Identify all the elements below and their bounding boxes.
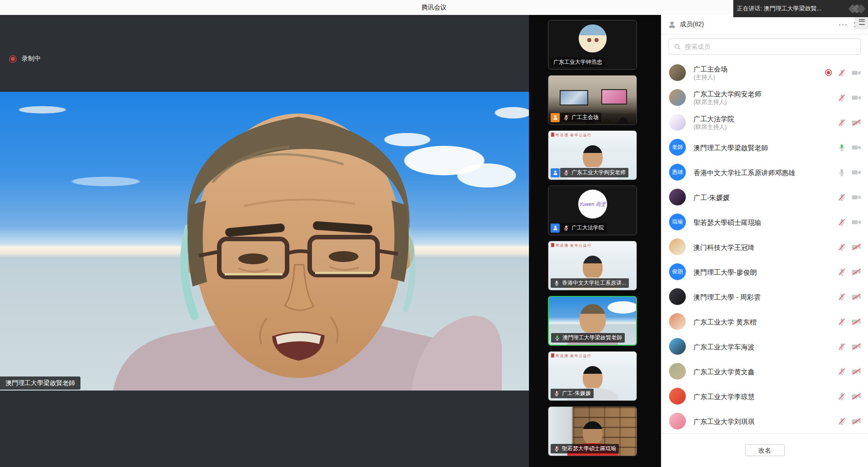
participant-name: 聖若瑟大學碩士羅琨瑜: [562, 445, 616, 453]
member-role: (联席主持人): [693, 98, 814, 106]
member-name: 澳門理工大學 - 周彩雲: [693, 292, 814, 301]
hamburger-icon: [859, 19, 865, 25]
camera-on-icon[interactable]: [851, 217, 862, 227]
member-row[interactable]: 广东工业大学李琼慧: [661, 384, 868, 409]
video-thumbnail[interactable]: Yuwen 雨雯广工大法学院: [548, 186, 637, 235]
member-row[interactable]: 广工主会场(主持人): [661, 60, 868, 85]
camera-off-icon[interactable]: [851, 416, 862, 426]
member-role: (联席主持人): [693, 123, 814, 131]
thumbnail-label: 香港中文大学社工系原讲...: [551, 278, 629, 288]
participant-name: 广东工业大学阎安老师: [571, 169, 626, 176]
mic-muted-icon[interactable]: [837, 367, 846, 376]
camera-off-icon[interactable]: [851, 366, 862, 376]
mic-muted-icon: [563, 224, 570, 231]
member-row[interactable]: 广东工业大学 黄东楷: [661, 309, 868, 334]
mic-speaking-icon[interactable]: [837, 143, 846, 152]
camera-on-icon[interactable]: [851, 192, 862, 202]
member-row[interactable]: 广工大法学院(联席主持人): [661, 110, 868, 135]
participant-name: 澳門理工大學梁啟賢老師: [562, 334, 622, 342]
speaking-status-text: 正在讲话: 澳門理工大學梁啟賢...: [737, 5, 848, 13]
rename-button[interactable]: 改名: [745, 444, 785, 456]
mic-muted-icon: [553, 390, 560, 397]
camera-on-icon[interactable]: [851, 67, 862, 77]
speaker-portrait: [95, 92, 502, 391]
thumbnail-label: 澳門理工大學梁啟賢老師: [551, 333, 625, 343]
video-thumbnail[interactable]: 广东工业大学钟浩忠: [548, 20, 637, 70]
member-name: 广东工业大学阎安老师: [693, 90, 814, 98]
camera-off-icon[interactable]: [851, 117, 862, 127]
mic-muted-icon[interactable]: [837, 242, 846, 251]
member-name: 广东工业大学 黄东楷: [693, 317, 814, 326]
mic-muted-icon[interactable]: [837, 317, 846, 326]
member-row[interactable]: 澳門理工大學 - 周彩雲: [661, 284, 868, 309]
video-thumbnail[interactable]: 粤港澳 青年公益行广东工业大学阎安老师: [548, 130, 637, 180]
members-panel-header: 成员(82) ···: [661, 15, 868, 34]
member-avatar: [669, 363, 686, 380]
member-row[interactable]: 广工-朱媛媛: [661, 185, 868, 210]
video-thumbnail[interactable]: 聖若瑟大學碩士羅琨瑜: [548, 406, 637, 456]
member-row[interactable]: 广东工业大学刘琪琪: [661, 409, 868, 434]
mic-muted-icon[interactable]: [837, 292, 846, 301]
member-avatar: [669, 338, 686, 355]
thumbnail-label: 广东工业大学钟浩忠: [551, 57, 605, 67]
diamonds-logo-icon: [849, 5, 864, 12]
member-name: 广工-朱媛媛: [693, 193, 814, 201]
mic-muted-icon[interactable]: [837, 68, 846, 77]
member-avatar: [669, 189, 686, 205]
camera-off-icon[interactable]: [851, 267, 862, 276]
member-row[interactable]: 老師澳門理工大學梁啟賢老師: [661, 135, 868, 160]
member-row[interactable]: 广东工业大学黄文鑫: [661, 359, 868, 384]
video-thumbnail[interactable]: 澳門理工大學梁啟賢老師: [548, 296, 637, 346]
camera-off-icon[interactable]: [851, 242, 862, 252]
member-name: 广东工业大学车海波: [693, 342, 814, 351]
thumbnail-label: 广东工业大学阎安老师: [551, 168, 628, 177]
member-row[interactable]: 琨瑜聖若瑟大學碩士羅琨瑜: [661, 210, 868, 234]
participant-name: 广工大法学院: [571, 224, 604, 232]
mic-muted-icon: [553, 445, 560, 452]
host-badge-icon: [551, 113, 560, 122]
member-row[interactable]: 广东工业大学阎安老师(联席主持人): [661, 85, 868, 110]
search-icon: [674, 43, 681, 51]
member-row[interactable]: 俊朗澳門理工大學-廖俊朗: [661, 259, 868, 284]
video-thumbnail[interactable]: 粤港澳 青年公益行广工-朱媛媛: [548, 351, 637, 401]
mic-muted-icon[interactable]: [837, 93, 846, 102]
camera-on-icon[interactable]: [851, 142, 862, 152]
member-avatar: [669, 288, 686, 305]
camera-off-icon[interactable]: [851, 316, 862, 326]
member-name: 广东工业大学李琼慧: [693, 392, 814, 400]
cohost-badge-icon: [551, 168, 560, 177]
mic-muted-icon[interactable]: [837, 118, 846, 127]
mic-on-icon[interactable]: [837, 167, 846, 176]
members-panel-title: 成员(82): [680, 20, 704, 29]
camera-on-icon[interactable]: [851, 167, 862, 177]
mic-muted-icon[interactable]: [837, 192, 846, 201]
active-speaker-name-chip: 澳門理工大學梁啟賢老師: [0, 376, 80, 390]
member-role: (主持人): [693, 73, 814, 81]
member-name: 澳門理工大學梁啟賢老師: [693, 143, 814, 152]
thumbnail-label: 广工-朱媛媛: [551, 389, 594, 398]
member-row[interactable]: 广东工业大学车海波: [661, 334, 868, 359]
camera-off-icon[interactable]: [851, 391, 862, 401]
mic-muted-icon[interactable]: [837, 416, 846, 425]
member-row[interactable]: 惠雄香港中文大学社工系原讲师邓惠雄: [661, 160, 868, 185]
camera-off-icon[interactable]: [851, 291, 862, 301]
panel-footer: 改名: [661, 433, 868, 467]
video-thumbnail[interactable]: 粤港澳 青年公益行香港中文大学社工系原讲...: [548, 241, 637, 291]
member-search-input[interactable]: [684, 43, 860, 51]
participant-name: 香港中文大学社工系原讲...: [562, 279, 626, 287]
mic-muted-icon[interactable]: [837, 217, 846, 226]
video-scene-decor: Yuwen 雨雯: [578, 190, 607, 219]
member-avatar: [669, 114, 686, 131]
more-options-button[interactable]: ···: [836, 15, 850, 37]
video-thumbnail[interactable]: 广工主会场: [548, 75, 637, 125]
camera-on-icon[interactable]: [851, 92, 862, 102]
member-row[interactable]: 澳门科技大学王冠琦: [661, 234, 868, 259]
recording-indicator: 录制中: [9, 55, 41, 63]
recording-dot-icon: [9, 55, 17, 63]
active-speaker-video[interactable]: 澳門理工大學梁啟賢老師: [0, 92, 529, 391]
camera-off-icon[interactable]: [851, 341, 862, 351]
mic-muted-icon[interactable]: [837, 342, 846, 351]
member-avatar: 琨瑜: [669, 214, 686, 230]
mic-muted-icon[interactable]: [837, 267, 846, 276]
mic-muted-icon[interactable]: [837, 391, 846, 400]
